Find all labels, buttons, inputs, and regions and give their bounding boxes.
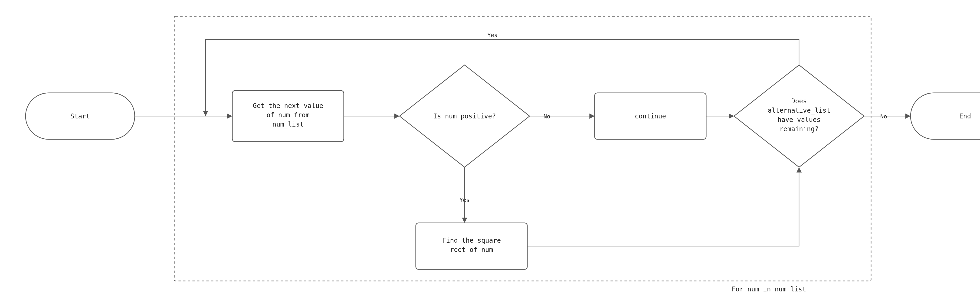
- edge-remaining-yes-label: Yes: [487, 32, 497, 38]
- get-next-node: Get the next value of num from num_list: [232, 90, 344, 142]
- remaining-node: Does alternative_list have values remain…: [734, 65, 864, 167]
- get-next-line3: num_list: [272, 121, 304, 129]
- remaining-line4: remaining?: [780, 125, 819, 133]
- is-positive-node: Is num positive?: [399, 65, 530, 167]
- sqrt-line2: root of num: [450, 246, 493, 254]
- sqrt-line1: Find the square: [442, 237, 501, 244]
- remaining-line3: have values: [778, 116, 821, 124]
- edge-ispositive-no-label: No: [544, 113, 550, 120]
- remaining-line1: Does: [791, 97, 807, 105]
- loop-caption: For num in num_list: [732, 286, 806, 293]
- start-node: Start: [25, 93, 135, 139]
- get-next-line2: of num from: [266, 111, 309, 119]
- end-label: End: [959, 113, 971, 120]
- start-label: Start: [70, 113, 90, 120]
- edge-ispositive-yes-label: Yes: [460, 197, 469, 203]
- edge-sqrt-remaining: [527, 168, 799, 246]
- end-node: End: [910, 93, 980, 139]
- is-positive-label: Is num positive?: [433, 113, 496, 120]
- continue-node: continue: [595, 93, 706, 139]
- continue-label: continue: [635, 113, 666, 120]
- get-next-line1: Get the next value: [253, 102, 323, 110]
- remaining-line2: alternative_list: [768, 106, 830, 114]
- sqrt-node: Find the square root of num: [416, 223, 527, 269]
- edge-remaining-no-label: No: [880, 113, 887, 120]
